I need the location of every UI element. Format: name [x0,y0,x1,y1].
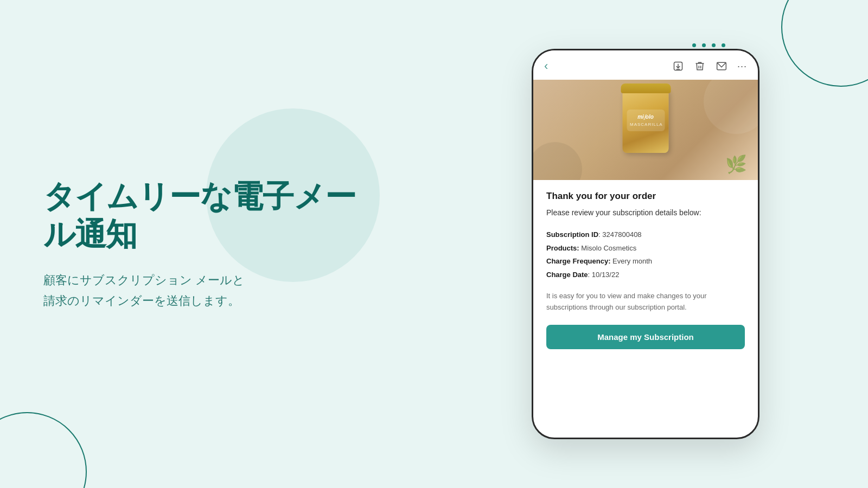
can-label: miʃolo MASCARILLA [627,110,665,131]
trash-icon[interactable] [694,60,706,72]
product-subtitle-text: MASCARILLA [630,122,661,127]
email-body-text: It is easy for you to view and make chan… [546,291,745,313]
can-lid [621,84,671,93]
subscription-id-label: Subscription ID [546,230,598,239]
leaf-decoration: 🌿 [725,154,747,175]
topbar-icons: ··· [672,60,747,72]
bg-circle-top-right [781,0,868,87]
charge-date-label: Charge Date [546,271,588,279]
phone-topbar: ‹ [533,50,758,80]
product-can: miʃolo MASCARILLA [623,88,669,153]
charge-date-row: Charge Date: 10/13/22 [546,268,745,282]
back-button[interactable]: ‹ [544,59,548,73]
subscription-id-row: Subscription ID: 3247800408 [546,228,745,242]
brand-text: miʃolo [630,114,661,120]
products-row: Products: Misolo Cosmetics [546,242,745,255]
download-icon[interactable] [672,60,684,72]
subscription-id-value: 3247800408 [602,230,641,239]
email-subtitle: Please review your subscription details … [546,207,745,219]
charge-frequency-row: Charge Frequency: Every month [546,255,745,268]
charge-date-value: 10/13/22 [592,271,620,279]
main-title: タイムリーな電子メー ル通知 [43,177,356,253]
more-options-icon[interactable]: ··· [737,61,747,72]
email-title: Thank you for your order [546,191,745,202]
charge-frequency-label: Charge Frequency: [546,257,610,265]
phone-mockup: ‹ [532,49,760,439]
phone-frame: ‹ [532,49,760,439]
email-details: Subscription ID: 3247800408 Products: Mi… [546,228,745,282]
email-content: Thank you for your order Please review y… [533,180,758,438]
charge-frequency-value: Every month [612,257,652,265]
mail-icon[interactable] [716,60,727,72]
products-value: Misolo Cosmetics [581,244,636,252]
bg-circle-bottom-left [0,412,87,488]
left-content-area: タイムリーな電子メー ル通知 顧客にサブスクリプション メールと 請求のリマイン… [43,177,356,311]
manage-subscription-button[interactable]: Manage my Subscription [546,325,745,349]
product-image: miʃolo MASCARILLA 🌿 [533,80,758,180]
subtitle-text: 顧客にサブスクリプション メールと 請求のリマインダーを送信します。 [43,270,356,311]
products-label: Products: [546,244,579,252]
